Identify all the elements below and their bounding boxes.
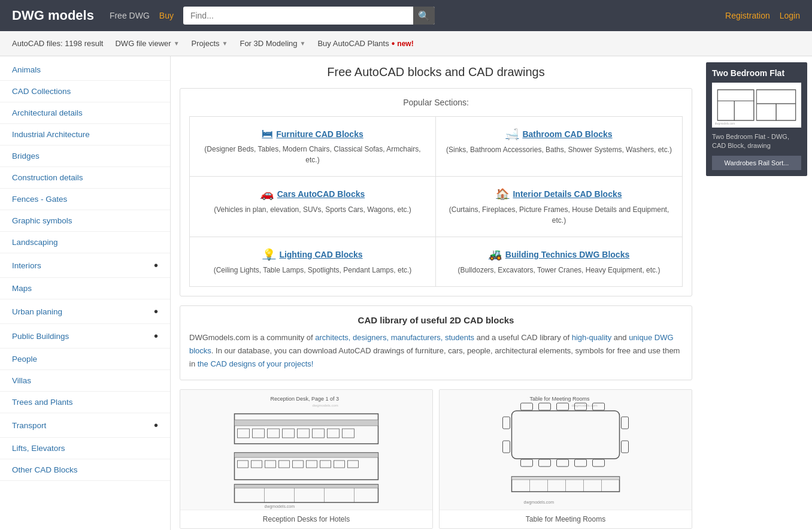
furniture-desc: (Designer Beds, Tables, Modern Chairs, C… (199, 144, 426, 165)
promo-card: Two Bedroom Flat dwgmodels.com Two Bedro… (706, 62, 807, 176)
header: DWG models Free DWG Buy 🔍 Registration L… (0, 0, 812, 31)
interior-desc: (Curtains, Fireplaces, Picture Frames, H… (445, 204, 673, 226)
login-link[interactable]: Login (780, 11, 800, 20)
popular-cell-interior: 🏠 Interior Details CAD Blocks (Curtains,… (436, 177, 682, 237)
promo-card-desc: Two Bedroom Flat - DWG, CAD Block, drawi… (712, 132, 801, 151)
sidebar-item-trees-and-plants[interactable]: Trees and Plants (0, 392, 170, 413)
sidebar-item-landscaping[interactable]: Landscaping (0, 232, 170, 253)
thumb-img-meeting: Table for Meeting Rooms dwgmodels.com (440, 390, 692, 510)
transport-dot: • (154, 419, 158, 431)
highquality-link[interactable]: high-quality (572, 333, 612, 342)
autocad-files-count: AutoCAD files: 1198 result (12, 39, 103, 48)
sidebar-item-urban-planing[interactable]: Urban planing • (0, 299, 170, 324)
sidebar-item-animals[interactable]: Animals (0, 59, 170, 81)
layout: Animals CAD Collections Architectural de… (0, 56, 812, 530)
svg-rect-50 (512, 477, 620, 480)
sidebar-item-bridges[interactable]: Bridges (0, 146, 170, 167)
bathroom-icon: 🛁 (505, 128, 519, 141)
popular-cell-lighting: 💡 Lighting CAD Blocks (Ceiling Lights, T… (190, 237, 436, 286)
promo-card-image[interactable]: dwgmodels.com (712, 83, 801, 128)
popular-cell-bathroom: 🛁 Bathroom CAD Blocks (Sinks, Bathroom A… (436, 117, 682, 177)
subheader: AutoCAD files: 1198 result DWG file view… (0, 31, 812, 56)
sidebar-item-maps[interactable]: Maps (0, 278, 170, 299)
search-button[interactable]: 🔍 (413, 7, 435, 25)
building-technics-desc: (Bulldozers, Excavators, Tower Cranes, H… (445, 265, 673, 275)
thumb-label-meeting: Table for Meeting Rooms (440, 510, 692, 528)
sidebar: Animals CAD Collections Architectural de… (0, 56, 171, 530)
urban-dot: • (154, 305, 158, 317)
bathroom-title-link[interactable]: 🛁 Bathroom CAD Blocks (445, 128, 673, 141)
for-3d-arrow: ▼ (300, 40, 306, 47)
public-buildings-dot: • (154, 330, 158, 342)
architects-link[interactable]: architects, designers, manufacturers, st… (315, 333, 474, 342)
bullet-dot: • (392, 38, 395, 49)
for-3d-dropdown[interactable]: For 3D Modeling ▼ (240, 39, 305, 48)
furniture-title-link[interactable]: 🛏 Furniture CAD Blocks (199, 128, 426, 140)
svg-text:dwgmodels.com: dwgmodels.com (265, 504, 295, 509)
sidebar-item-fences-gates[interactable]: Fences - Gates (0, 189, 170, 210)
cad-designs-link[interactable]: the CAD designs of your projects! (198, 359, 314, 368)
popular-cell-furniture: 🛏 Furniture CAD Blocks (Designer Beds, T… (190, 117, 436, 177)
sidebar-item-cad-collections[interactable]: CAD Collections (0, 81, 170, 102)
registration-link[interactable]: Registration (725, 11, 770, 20)
svg-rect-14 (235, 453, 378, 458)
building-technics-title-link[interactable]: 🚜 Building Technics DWG Blocks (445, 248, 673, 261)
dwg-viewer-dropdown[interactable]: DWG file viewer ▼ (115, 39, 179, 48)
sidebar-item-other-cad-blocks[interactable]: Other CAD Blocks (0, 459, 170, 481)
thumb-meeting-table[interactable]: Table for Meeting Rooms dwgmodels.com (439, 389, 692, 529)
main-content: Free AutoCAD blocks and CAD drawings Pop… (171, 56, 701, 530)
lighting-desc: (Ceiling Lights, Table Lamps, Spotlights… (199, 265, 426, 275)
building-technics-icon: 🚜 (489, 248, 502, 261)
sidebar-item-interiors[interactable]: Interiors • (0, 253, 170, 278)
lighting-title-link[interactable]: 💡 Lighting CAD Blocks (199, 248, 426, 261)
cars-icon: 🚗 (260, 187, 274, 201)
promo-card-button[interactable]: Wardrobes Rail Sort... (712, 156, 801, 170)
thumb-reception-desk[interactable]: Reception Desk, Page 1 of 3 dwgmodels.co… (180, 389, 433, 529)
bathroom-desc: (Sinks, Bathroom Accessories, Baths, Sho… (445, 144, 673, 155)
library-box: CAD library of useful 2D CAD blocks DWGm… (180, 305, 692, 380)
nav-buy[interactable]: Buy (159, 11, 174, 20)
svg-text:dwgmodels.com: dwgmodels.com (524, 500, 555, 505)
sidebar-item-construction-details[interactable]: Construction details (0, 167, 170, 189)
interior-icon: 🏠 (496, 187, 509, 201)
nav-free-dwg[interactable]: Free DWG (110, 11, 150, 20)
thumb-label-reception: Reception Desks for Hotels (180, 510, 432, 528)
svg-text:dwgmodels.com: dwgmodels.com (313, 404, 338, 407)
cars-desc: (Vehicles in plan, elevation, SUVs, Spor… (199, 204, 426, 215)
interiors-dot: • (154, 259, 158, 271)
sidebar-item-graphic-symbols[interactable]: Graphic symbols (0, 210, 170, 232)
thumbnails-grid: Reception Desk, Page 1 of 3 dwgmodels.co… (180, 389, 692, 529)
dwg-viewer-arrow: ▼ (174, 40, 180, 47)
popular-cell-building-technics: 🚜 Building Technics DWG Blocks (Bulldoze… (436, 237, 682, 286)
popular-grid: 🛏 Furniture CAD Blocks (Designer Beds, T… (189, 116, 683, 287)
sidebar-item-transport[interactable]: Transport • (0, 413, 170, 438)
popular-cell-cars: 🚗 Cars AutoCAD Blocks (Vehicles in plan,… (190, 177, 436, 237)
svg-rect-0 (217, 390, 396, 510)
search-wrapper: 🔍 (183, 7, 435, 25)
projects-arrow: ▼ (222, 40, 228, 47)
thumb-img-reception: Reception Desk, Page 1 of 3 dwgmodels.co… (180, 390, 432, 510)
svg-rect-25 (235, 484, 378, 488)
page-title: Free AutoCAD blocks and CAD drawings (180, 65, 692, 79)
cars-title-link[interactable]: 🚗 Cars AutoCAD Blocks (199, 187, 426, 201)
svg-text:Reception Desk, Page 1 of 3: Reception Desk, Page 1 of 3 (271, 396, 340, 402)
sidebar-item-lifts-elevators[interactable]: Lifts, Elevators (0, 438, 170, 459)
new-badge: new! (397, 40, 413, 48)
svg-rect-4 (235, 420, 378, 426)
projects-dropdown[interactable]: Projects ▼ (192, 39, 228, 48)
sidebar-item-people[interactable]: People (0, 349, 170, 370)
sidebar-item-architectural-details[interactable]: Architectural details (0, 102, 170, 124)
popular-box: Popular Sections: 🛏 Furniture CAD Blocks… (180, 88, 692, 296)
buy-plants-link[interactable]: Buy AutoCAD Plants • new! (317, 38, 413, 49)
sidebar-item-villas[interactable]: Villas (0, 370, 170, 392)
sidebar-item-public-buildings[interactable]: Public Buildings • (0, 324, 170, 349)
library-desc: DWGmodels.com is a community of architec… (189, 331, 683, 371)
logo[interactable]: DWG models (12, 8, 94, 23)
lighting-icon: 💡 (262, 248, 275, 261)
sidebar-item-industrial-architecture[interactable]: Industrial Architecture (0, 124, 170, 146)
right-sidebar: Two Bedroom Flat dwgmodels.com Two Bedro… (701, 56, 812, 530)
interior-title-link[interactable]: 🏠 Interior Details CAD Blocks (445, 187, 673, 201)
search-input[interactable] (183, 7, 435, 25)
promo-card-title: Two Bedroom Flat (712, 68, 801, 78)
svg-text:Table for Meeting Rooms: Table for Meeting Rooms (530, 396, 590, 402)
